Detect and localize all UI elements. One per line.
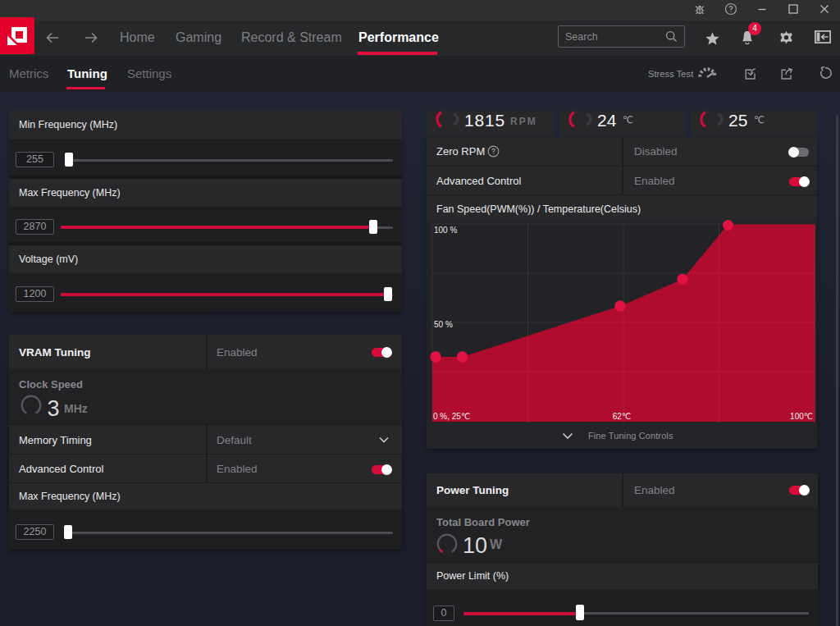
svg-text:100 %: 100 % bbox=[434, 226, 457, 235]
svg-text:100℃: 100℃ bbox=[790, 412, 813, 421]
svg-text:50 %: 50 % bbox=[434, 320, 453, 329]
svg-text:62℃: 62℃ bbox=[613, 412, 631, 421]
svg-text:0 %, 25℃: 0 %, 25℃ bbox=[433, 412, 470, 421]
